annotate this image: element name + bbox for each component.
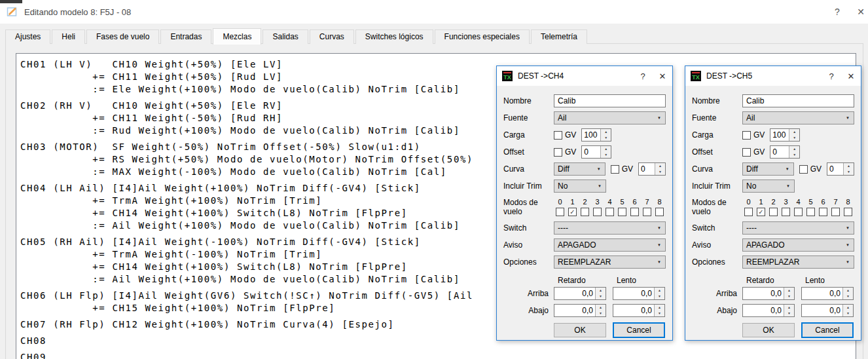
tab-fases-de-vuelo[interactable]: Fases de vuelo — [86, 29, 159, 44]
aviso-select[interactable]: APAGADO ▼ — [554, 238, 666, 252]
flight-mode-7-checkbox[interactable] — [831, 208, 840, 216]
spinner-buttons[interactable]: ▲▼ — [654, 305, 664, 316]
cancel-button[interactable]: Cancel — [613, 322, 665, 338]
flight-mode-number: 0 — [558, 198, 562, 206]
cancel-button[interactable]: Cancel — [801, 322, 854, 338]
flight-mode-8-checkbox[interactable] — [844, 208, 852, 216]
abajo-retardo-spinner[interactable]: 0,0 ▲▼ — [742, 304, 795, 317]
ok-button[interactable]: OK — [554, 323, 606, 337]
offset-spinner[interactable]: 0 ▲▼ — [581, 145, 611, 159]
incluir-trim-select[interactable]: No ▼ — [742, 180, 795, 193]
spinner-buttons[interactable]: ▲▼ — [843, 163, 854, 175]
curva-select[interactable]: Diff ▼ — [742, 162, 794, 176]
aviso-select[interactable]: APAGADO ▼ — [742, 238, 854, 252]
ok-button[interactable]: OK — [742, 323, 795, 337]
flight-mode-number: 3 — [784, 198, 787, 206]
carga-label: Carga — [692, 130, 742, 140]
flight-mode-6-checkbox[interactable] — [819, 208, 827, 216]
tab-switches-logicos[interactable]: Switches lógicos — [355, 29, 433, 44]
abajo-lento-spinner[interactable]: 0,0 ▲▼ — [801, 304, 854, 317]
carga-spinner[interactable]: 100 ▲▼ — [581, 128, 611, 142]
nombre-input[interactable]: Calib — [554, 94, 666, 107]
dialog-help-button[interactable]: ? — [822, 71, 841, 81]
flight-mode-4-checkbox[interactable] — [794, 208, 803, 216]
gv-label: GV — [810, 164, 822, 174]
carga-gv-checkbox[interactable] — [554, 131, 562, 140]
curva-select[interactable]: Diff ▼ — [554, 162, 606, 176]
nombre-input[interactable]: Calib — [742, 94, 854, 107]
carga-gv-checkbox[interactable] — [742, 131, 751, 140]
window-help-button[interactable]: ? — [829, 5, 846, 19]
spinner-buttons[interactable]: ▲▼ — [789, 129, 799, 141]
fuente-select[interactable]: Ail ▼ — [742, 111, 854, 124]
flight-mode-0-checkbox[interactable] — [744, 208, 753, 216]
switch-select[interactable]: ---- ▼ — [554, 221, 666, 235]
flight-mode-4-checkbox[interactable] — [606, 208, 614, 216]
spinner-buttons[interactable]: ▲▼ — [654, 288, 664, 299]
flight-mode-2-checkbox[interactable] — [581, 208, 589, 216]
spinner-buttons[interactable]: ▲▼ — [789, 146, 799, 158]
curva-gv-spinner[interactable]: 0 ▲▼ — [638, 162, 666, 176]
flight-mode-7-checkbox[interactable] — [643, 208, 651, 216]
opciones-select[interactable]: REEMPLAZAR ▼ — [742, 255, 854, 269]
spinner-buttons[interactable]: ▲▼ — [600, 129, 611, 141]
curva-gv-spinner[interactable]: 0 ▲▼ — [827, 162, 854, 176]
flight-mode-5-checkbox[interactable] — [618, 208, 626, 216]
tab-mezclas[interactable]: Mezclas — [213, 28, 261, 45]
fuente-select[interactable]: Ail ▼ — [554, 111, 666, 124]
abajo-retardo-spinner[interactable]: 0,0 ▲▼ — [554, 304, 606, 317]
flight-mode-0-checkbox[interactable] — [556, 208, 564, 216]
chevron-down-icon: ▼ — [843, 226, 852, 230]
flight-mode-5-checkbox[interactable] — [806, 208, 815, 216]
tab-heli[interactable]: Heli — [52, 29, 85, 44]
tab-curvas[interactable]: Curvas — [310, 29, 354, 44]
flight-mode-2-checkbox[interactable] — [769, 208, 778, 216]
flight-mode-1-checkbox[interactable]: ✓ — [757, 208, 765, 216]
mixer-channel-ch09[interactable]: CH09 — [20, 351, 856, 359]
switch-select[interactable]: ---- ▼ — [742, 221, 854, 235]
spinner-buttons[interactable]: ▲▼ — [595, 305, 606, 316]
spinner-buttons[interactable]: ▲▼ — [784, 288, 794, 299]
spin-down-icon: ▼ — [784, 311, 794, 316]
flight-mode-number: 1 — [570, 198, 574, 206]
flight-mode-6-checkbox[interactable] — [630, 208, 639, 216]
flight-mode-3-checkbox[interactable] — [782, 208, 790, 216]
tab-entradas[interactable]: Entradas — [160, 29, 211, 44]
gv-label: GV — [622, 164, 633, 174]
abajo-lento-spinner[interactable]: 0,0 ▲▼ — [613, 304, 665, 317]
tab-ajustes[interactable]: Ajustes — [5, 29, 50, 44]
dialog-titlebar: TX DEST ->CH5 ? ✕ — [685, 66, 861, 86]
spinner-buttons[interactable]: ▲▼ — [655, 163, 665, 175]
offset-gv-checkbox[interactable] — [554, 148, 562, 157]
spinner-buttons[interactable]: ▲▼ — [600, 146, 611, 158]
dialog-close-button[interactable]: ✕ — [653, 71, 672, 81]
curva-gv-checkbox[interactable] — [799, 165, 808, 174]
spinner-buttons[interactable]: ▲▼ — [595, 288, 606, 299]
tab-salidas[interactable]: Salidas — [262, 29, 308, 44]
window-close-button[interactable]: ✕ — [852, 5, 868, 19]
tab-funciones-especiales[interactable]: Funciones especiales — [435, 29, 530, 44]
curva-label: Curva — [692, 164, 742, 174]
offset-gv-checkbox[interactable] — [742, 148, 751, 157]
window-titlebar: Editando modelo 8: F5J - 08 — [0, 0, 868, 24]
fuente-label: Fuente — [503, 113, 554, 123]
offset-spinner[interactable]: 0 ▲▼ — [770, 145, 800, 159]
opciones-select[interactable]: REEMPLAZAR ▼ — [554, 255, 666, 269]
flight-mode-1-checkbox[interactable]: ✓ — [568, 208, 577, 216]
flight-mode-3-checkbox[interactable] — [593, 208, 602, 216]
dialog-close-button[interactable]: ✕ — [841, 71, 861, 81]
spinner-buttons[interactable]: ▲▼ — [842, 288, 853, 299]
spinner-buttons[interactable]: ▲▼ — [784, 305, 794, 316]
incluir-trim-select[interactable]: No ▼ — [554, 180, 606, 193]
abajo-label: Abajo — [692, 306, 742, 315]
arriba-lento-spinner[interactable]: 0,0 ▲▼ — [613, 287, 665, 300]
arriba-retardo-spinner[interactable]: 0,0 ▲▼ — [554, 287, 606, 300]
arriba-lento-spinner[interactable]: 0,0 ▲▼ — [801, 287, 854, 300]
spinner-buttons[interactable]: ▲▼ — [842, 305, 853, 316]
carga-spinner[interactable]: 100 ▲▼ — [770, 128, 800, 142]
flight-mode-8-checkbox[interactable] — [655, 208, 664, 216]
tab-telemetria[interactable]: Telemetría — [531, 29, 587, 44]
arriba-retardo-spinner[interactable]: 0,0 ▲▼ — [742, 287, 795, 300]
curva-gv-checkbox[interactable] — [611, 165, 619, 174]
dialog-help-button[interactable]: ? — [633, 71, 653, 81]
